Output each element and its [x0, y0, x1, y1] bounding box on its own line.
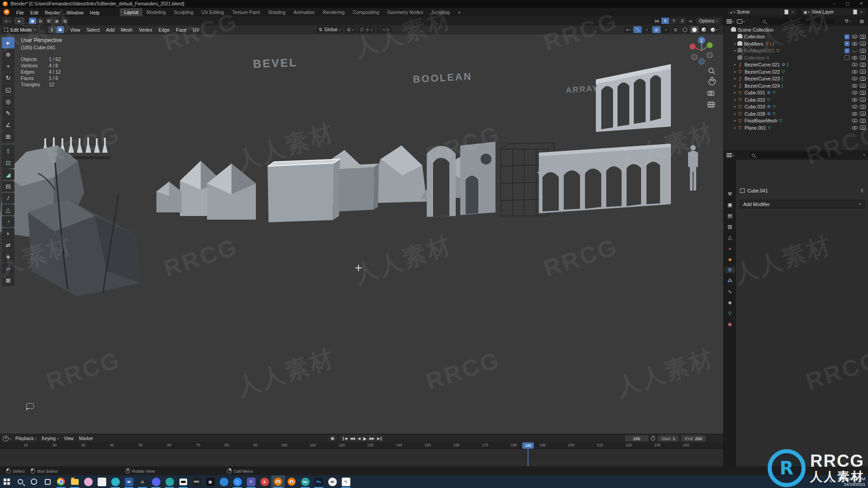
viewport-menu-edge[interactable]: Edge — [156, 26, 173, 33]
taskbar-item-blender-2[interactable] — [285, 475, 298, 488]
tool-rip-region[interactable]: ⊠ — [2, 275, 14, 286]
vertex-select-button[interactable]: ∙ — [40, 26, 48, 33]
elevated-arches-object[interactable] — [596, 64, 671, 132]
workspace-tab-rendering[interactable]: Rendering — [319, 8, 349, 16]
taskbar-item-file-explorer[interactable] — [68, 475, 81, 488]
shading-wireframe-button[interactable] — [681, 26, 689, 33]
hut-objects[interactable] — [156, 161, 256, 220]
workspace-tab-compositing[interactable]: Compositing — [349, 8, 383, 16]
current-frame-indicator[interactable]: 185 — [522, 442, 534, 449]
tool-edge-slide[interactable]: ⇄ — [2, 239, 14, 251]
timeline-ruler[interactable]: 1020304050607080901001101201301401501601… — [0, 442, 723, 449]
outliner-row[interactable]: Collection 4 — [724, 54, 868, 61]
eye-icon[interactable] — [852, 112, 858, 116]
viewport-menu-uv[interactable]: UV — [190, 26, 203, 33]
taskbar-item-twitch-app[interactable]: tw — [298, 475, 312, 488]
tool-shear[interactable]: ▱ — [2, 263, 14, 274]
disclosure-arrow[interactable]: ▸ — [733, 105, 737, 108]
taskbar-item-oculus[interactable] — [176, 475, 190, 488]
taskbar-item-vortex-app[interactable] — [108, 475, 122, 488]
disclosure-arrow[interactable]: ▸ — [733, 84, 737, 88]
camera-visibility-icon[interactable] — [860, 84, 866, 88]
shading-solid-button[interactable] — [690, 26, 698, 33]
viewport-3d[interactable]: Edit Mode ▾ ∙ ❙ ▣ ViewSelectAddMeshVerte… — [0, 25, 723, 434]
taskbar-item-epic-games[interactable]: EPIC — [190, 475, 203, 488]
outliner-search-input[interactable] — [760, 18, 835, 24]
aqueduct-objects[interactable] — [539, 144, 671, 213]
mirror-axis-z[interactable]: Z — [679, 18, 686, 24]
timeline-menu-marker[interactable]: Marker — [76, 436, 96, 441]
disclosure-arrow[interactable]: ▸ — [733, 63, 737, 66]
taskbar-item-discord[interactable] — [149, 475, 163, 488]
snap-controls[interactable]: Ω ⊹ ▾ — [358, 26, 375, 33]
new-collection-button[interactable]: ⊞ — [860, 19, 864, 24]
disclosure-arrow[interactable]: ▸ — [733, 77, 737, 80]
viewport-menu-mesh[interactable]: Mesh — [118, 26, 136, 33]
rock-objects[interactable] — [0, 145, 141, 296]
timeline-menu-playback[interactable]: Playback▾ — [13, 436, 39, 441]
workspace-tab-animation[interactable]: Animation — [289, 8, 319, 16]
taskbar-item-w-app[interactable]: W — [326, 475, 339, 488]
properties-tab-tool[interactable]: ⚒ — [725, 191, 735, 197]
eye-icon[interactable] — [852, 42, 858, 46]
outliner-row[interactable]: Scene Collection — [724, 26, 868, 33]
pivot-dropdown[interactable]: ⊙ ▾ — [344, 26, 356, 33]
mirror-axis-x[interactable]: X — [661, 18, 669, 24]
maximize-button[interactable]: ▢ — [841, 0, 854, 8]
select-mode-subtract[interactable]: ▥ — [45, 18, 52, 24]
viewport-menu-select[interactable]: Select — [83, 26, 103, 33]
tool-smooth[interactable]: ◗ — [2, 228, 14, 239]
taskbar-item-photoshop[interactable]: Ps — [312, 475, 326, 488]
shading-rendered-button[interactable]: ▾ — [709, 26, 719, 33]
properties-tab-constraints[interactable]: ◈ — [725, 299, 735, 306]
camera-visibility-icon[interactable] — [860, 70, 866, 74]
timeline-editor[interactable]: ▾ Playback▾Keying▾ViewMarker ❙◀ ◀◀ ◀ ▶ ▶… — [0, 434, 723, 466]
taskbar-item-chrome[interactable] — [54, 475, 68, 488]
tool-extrude-region[interactable]: ⇧ — [2, 145, 14, 157]
taskbar-item-start[interactable] — [0, 475, 14, 488]
cube-object-secondary[interactable] — [338, 164, 379, 211]
outliner-row[interactable]: ▸▽Cube.032▽ — [724, 96, 868, 103]
taskbar-item-teams[interactable]: T — [244, 475, 258, 488]
taskbar-item-retroarch[interactable]: ▩ — [203, 475, 217, 488]
camera-visibility-icon[interactable] — [860, 35, 866, 39]
properties-editor-dropdown[interactable]: ▾ — [726, 153, 734, 157]
blender-menu-icon[interactable] — [4, 9, 9, 15]
visibility-dropdown[interactable]: ◑▾ — [624, 26, 632, 33]
viewport-menu-add[interactable]: Add — [103, 26, 118, 33]
taskbar-item-dolphin[interactable] — [217, 475, 231, 488]
play-reverse-button[interactable]: ◀ — [358, 436, 360, 441]
zoom-icon[interactable] — [709, 68, 715, 74]
viewport-menu-face[interactable]: Face — [173, 26, 189, 33]
view-layer-selector[interactable]: ▣ ▾ View Layer ✕ — [801, 9, 865, 15]
taskbar-item-obs[interactable]: ◎ — [136, 475, 149, 488]
properties-tab-world[interactable]: ● — [725, 245, 735, 252]
timeline-editor-icon[interactable] — [3, 436, 9, 441]
workspace-tab-shading[interactable]: Shading — [264, 8, 290, 16]
xray-toggle[interactable]: ⊡ — [671, 26, 679, 33]
workspace-tab-layout[interactable]: Layout — [120, 8, 142, 16]
properties-tab-scene[interactable]: △ — [725, 234, 735, 241]
camera-visibility-icon[interactable] — [860, 91, 866, 95]
disclosure-arrow[interactable]: ▸ — [733, 42, 737, 46]
outliner-filter-dropdown[interactable]: ∇▾ — [845, 19, 850, 23]
menu-help[interactable]: Help — [87, 9, 103, 16]
tool-cursor[interactable]: ⊕ — [2, 49, 14, 60]
select-tool-icon[interactable]: ▸ — [14, 17, 24, 24]
tool-add-cube[interactable]: ⊞ — [2, 131, 14, 142]
workspace-tab-uv-editing[interactable]: UV Editing — [198, 8, 228, 16]
active-tool-dropdown[interactable]: ⊹▾ — [2, 17, 12, 24]
outliner-row[interactable]: ▸▽Cube.038⚙▽ — [724, 110, 868, 117]
pan-hand-icon[interactable] — [709, 77, 716, 85]
camera-visibility-icon[interactable] — [860, 126, 866, 130]
properties-tab-particles[interactable]: ⁂ — [725, 277, 735, 284]
prev-keyframe-button[interactable]: ◀◀ — [350, 436, 354, 441]
pen-settings-icon[interactable]: ✎ — [829, 479, 834, 484]
eye-icon[interactable] — [852, 105, 858, 108]
collection-checkbox[interactable]: ✓ — [844, 34, 849, 39]
tool-rotate[interactable]: ↻ — [2, 72, 14, 84]
properties-tab-data[interactable]: ▽ — [725, 310, 735, 317]
camera-visibility-icon[interactable] — [860, 119, 866, 123]
camera-visibility-icon[interactable] — [860, 77, 866, 81]
workspace-tab-geometry-nodes[interactable]: Geometry Nodes — [383, 8, 427, 16]
